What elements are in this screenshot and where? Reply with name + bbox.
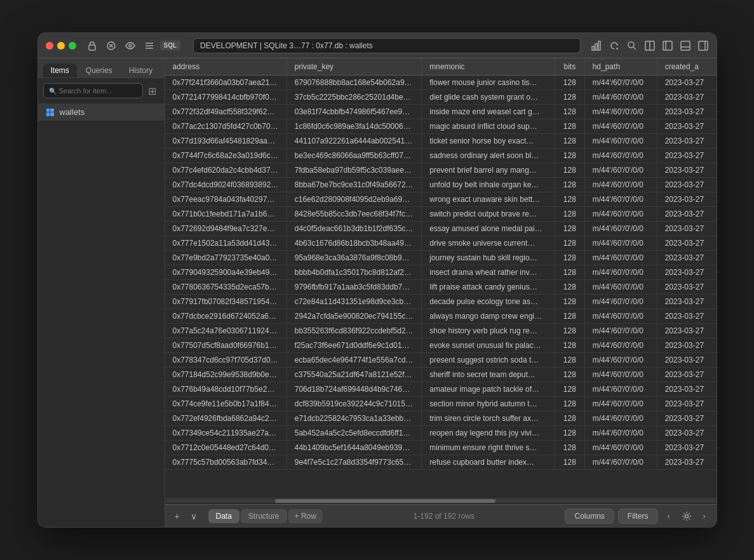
table-cell: 2023-03-27 [657, 90, 716, 105]
table-row[interactable]: 0x778347cd6cc97f705d37d00…ecba65dec4e964… [165, 353, 717, 368]
table-cell: 2023-03-27 [657, 455, 716, 470]
table-cell: 2023-03-27 [657, 280, 716, 295]
scrollbar-thumb[interactable] [275, 499, 495, 503]
search-icon-small: 🔍 [49, 88, 57, 95]
tab-queries[interactable]: Queries [78, 63, 120, 77]
table-cell: 0x774ce9fe11e5b0b17a1f8407… [165, 397, 287, 411]
table-row[interactable]: 0x77a5c24a76e030671192425…bb355263f6cd83… [165, 324, 717, 338]
eye-icon[interactable] [125, 40, 136, 51]
sidebar-search-area: 🔍 ⊞ [38, 78, 165, 103]
table-cell: m/44'/60'/0'/0/0 [584, 178, 657, 192]
close-button[interactable] [46, 42, 53, 50]
table-cell: 128 [555, 397, 585, 411]
table-header-row: address private_key mnemonic bits hd_pat… [165, 58, 717, 76]
filter-button[interactable]: ⊞ [145, 84, 159, 98]
tab-data[interactable]: Data [208, 509, 239, 523]
chart-icon[interactable] [591, 40, 602, 51]
table-row[interactable]: 0x774ce9fe11e5b0b17a1f8407…dcf839b5919ce… [165, 397, 717, 411]
lock-icon[interactable] [86, 40, 98, 51]
close-icon[interactable] [105, 40, 117, 51]
refresh-icon[interactable] [609, 40, 620, 51]
tab-history[interactable]: History [121, 63, 160, 77]
table-cell: c72e84a11d431351e98d9ce3cb241… [286, 295, 421, 309]
table-cell: m/44'/60'/0'/0/0 [584, 280, 657, 295]
table-row[interactable]: 0x77917fb07082f34857195430…c72e84a11d431… [165, 295, 717, 309]
col-header-created-at[interactable]: created_a [657, 58, 716, 76]
columns-button[interactable]: Columns [565, 509, 614, 524]
table-cell: 128 [555, 455, 585, 470]
table-cell: 2023-03-27 [657, 236, 716, 251]
prev-page-button[interactable]: ‹ [662, 509, 676, 523]
table-row[interactable]: 0x77d193d66af45481829aa8e…441107a922261a… [165, 134, 717, 149]
table-row[interactable]: 0x7780636754335d2eca57b…9796fbfb917a1aab… [165, 280, 717, 295]
col-header-mnemonic[interactable]: mnemonic [422, 58, 555, 76]
table-row[interactable]: 0x771b0c1feebd171a7a1b602…8428e55b85cc3d… [165, 207, 717, 222]
table-cell: minimum ensure right thrive s… [422, 441, 555, 455]
filters-button[interactable]: Filters [618, 509, 658, 524]
next-page-button[interactable]: › [697, 509, 711, 523]
minimize-button[interactable] [57, 42, 65, 50]
table-cell: 2023-03-27 [657, 397, 716, 411]
table-row[interactable]: 0x776b49a48cdd10f77b5e26e…706d18b724af69… [165, 382, 717, 397]
address-bar[interactable]: DEVELOPMENT | SQLite 3…77 : 0x77.db : wa… [193, 38, 580, 53]
list-icon[interactable] [144, 40, 155, 51]
table-cell: 0x77507d5cf8aad0f66976b1d… [165, 338, 287, 353]
panel-bottom-icon[interactable] [680, 40, 691, 51]
table-cell: 128 [555, 280, 585, 295]
col-header-private-key[interactable]: private_key [286, 58, 421, 76]
tab-items[interactable]: Items [43, 63, 77, 77]
panel-left-icon[interactable] [662, 40, 673, 51]
table-cell: m/44'/60'/0'/0/0 [584, 455, 657, 470]
table-row[interactable]: 0x7775c57bd00563ab7fd3401…9e4f7e5c1c27a8… [165, 455, 717, 470]
table-cell: m/44'/60'/0'/0/0 [584, 411, 657, 426]
table-row[interactable]: 0x77dc4dcd9024f036893892f…8bba67be7bc9ce… [165, 178, 717, 192]
table-cell: 2023-03-27 [657, 309, 716, 324]
split-icon[interactable] [644, 40, 656, 51]
col-header-bits[interactable]: bits [555, 58, 585, 76]
table-cell: 0x772f32df49acf558f329f62a5… [165, 105, 287, 119]
table-cell: ecba65dec4e964774f1e556a7cd5d… [286, 353, 421, 368]
more-options-button[interactable]: ∨ [187, 509, 201, 523]
table-row[interactable]: 0x77e9bd2a77923735e40a099…95a968e3ca36a3… [165, 251, 717, 265]
settings-button[interactable] [680, 509, 694, 523]
tab-structure[interactable]: Structure [241, 509, 287, 523]
table-row[interactable]: 0x77349ce54c211935ae27a90…5ab452a4a5c2c5… [165, 426, 717, 441]
maximize-button[interactable] [69, 42, 76, 50]
table-row[interactable]: 0x77dcbce2916d6724052a65c…2942a7cfda5e90… [165, 309, 717, 324]
table-row[interactable]: 0x779049325900a4e39eb49e…bbbb4b0dfa1c350… [165, 265, 717, 280]
table-cell: bb355263f6cd836f922ccdebf5d2f4… [286, 324, 421, 338]
svg-point-21 [685, 514, 688, 517]
add-row-button[interactable]: + Row [288, 509, 323, 523]
panel-right-icon[interactable] [697, 40, 709, 51]
table-row[interactable]: 0x77ac2c1307d5fd427c0b702…1c86fd0c6c989a… [165, 119, 717, 134]
table-cell: 128 [555, 149, 585, 163]
table-row[interactable]: 0x7712c0e05448ed27c64d03f…44b1409bc5ef16… [165, 441, 717, 455]
table-row[interactable]: 0x7744f7c6c68a2e3a019d6c3…be3ec469c86066… [165, 149, 717, 163]
table-row[interactable]: 0x77507d5cf8aad0f66976b1d…f25ac73f6ee671… [165, 338, 717, 353]
table-row[interactable]: 0x772692d9484f9ea7c327e20…d4c0f5deac661b… [165, 222, 717, 236]
table-row[interactable]: 0x772ef4926fbda6862a94c2e4…e71dcb225824c… [165, 411, 717, 426]
table-row[interactable]: 0x77eeac9784a043fa40297be…c16e62d280908f… [165, 192, 717, 207]
col-header-address[interactable]: address [165, 58, 287, 76]
table-cell: m/44'/60'/0'/0/0 [584, 441, 657, 455]
search-box[interactable]: 🔍 [43, 83, 143, 98]
table-cell: 2023-03-27 [657, 149, 716, 163]
table-row[interactable]: 0x77184d52c99e9538d9b0ed…c375540a25a21df… [165, 368, 717, 382]
table-container[interactable]: address private_key mnemonic bits hd_pat… [165, 58, 717, 498]
table-row[interactable]: 0x77c4efd620da2c4cbb4d378…7fdba58eba97db… [165, 163, 717, 178]
table-cell: 0x77d193d66af45481829aa8e… [165, 134, 287, 149]
table-row[interactable]: 0x77f241f3660a03b07aea211…679076888bb8ac… [165, 76, 717, 90]
table-row[interactable]: 0x772f32df49acf558f329f62a5…03e81f74cbbf… [165, 105, 717, 119]
add-item-button[interactable]: + [170, 509, 184, 523]
search-input[interactable] [59, 87, 137, 95]
sidebar-item-wallets[interactable]: wallets [38, 103, 165, 121]
col-header-hd-path[interactable]: hd_path [584, 58, 657, 76]
table-cell: 2023-03-27 [657, 382, 716, 397]
table-cell: 0x7775c57bd00563ab7fd3401… [165, 455, 287, 470]
table-cell: c16e62d280908f4095d2eb9a694010… [286, 192, 421, 207]
table-row[interactable]: 0x777e1502a11a53dd41d433…4b63c1676d86b18… [165, 236, 717, 251]
search-icon[interactable] [626, 40, 638, 51]
table-row[interactable]: 0x7721477998414cbfb970f05…37cb5c2225bbc2… [165, 90, 717, 105]
table-cell: m/44'/60'/0'/0/0 [584, 192, 657, 207]
scrollbar-area[interactable] [165, 498, 717, 504]
